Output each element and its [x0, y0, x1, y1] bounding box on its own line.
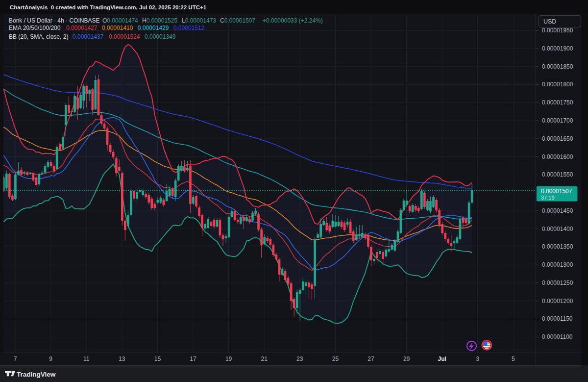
svg-text:BB (20, SMA, close, 2)0.000014: BB (20, SMA, close, 2)0.000014370.000015… — [9, 33, 176, 40]
svg-text:5: 5 — [512, 356, 515, 362]
svg-text:15: 15 — [154, 356, 161, 362]
svg-text:0.00001750: 0.00001750 — [542, 99, 573, 106]
svg-text:0.00001900: 0.00001900 — [542, 45, 573, 52]
svg-text:0.00001650: 0.00001650 — [542, 135, 573, 142]
svg-text:13: 13 — [119, 356, 125, 362]
svg-text:0.00001350: 0.00001350 — [542, 243, 573, 250]
svg-text:27: 27 — [368, 356, 374, 362]
svg-text:29: 29 — [403, 356, 410, 362]
svg-text:0.00001507: 0.00001507 — [541, 188, 572, 195]
svg-text:0.00001950: 0.00001950 — [542, 27, 573, 34]
svg-text:O0.00001474H0.00001525L0.00001: O0.00001474H0.00001525L0.00001473C0.0000… — [102, 17, 323, 24]
svg-text:21: 21 — [261, 356, 268, 362]
svg-text:7: 7 — [14, 356, 17, 362]
svg-text:9: 9 — [49, 356, 52, 362]
svg-text:0.00001600: 0.00001600 — [542, 153, 573, 160]
svg-text:0.00001450: 0.00001450 — [542, 207, 573, 214]
svg-text:0.00001200: 0.00001200 — [542, 298, 573, 305]
svg-text:0.00001400: 0.00001400 — [542, 226, 573, 232]
svg-text:0.00001700: 0.00001700 — [542, 117, 573, 124]
svg-text:25: 25 — [332, 356, 339, 362]
svg-text:11: 11 — [83, 356, 90, 362]
svg-text:Jul: Jul — [438, 356, 446, 362]
svg-text:37:19: 37:19 — [541, 195, 555, 201]
svg-text:0.00001100: 0.00001100 — [542, 333, 573, 340]
svg-text:0.00001250: 0.00001250 — [542, 280, 573, 286]
svg-text:TradingView: TradingView — [17, 371, 56, 378]
svg-text:0.00001300: 0.00001300 — [542, 261, 573, 268]
svg-text:USD: USD — [543, 18, 556, 25]
svg-text:19: 19 — [225, 356, 232, 362]
svg-text:Bonk / US Dollar · 4h · COINBA: Bonk / US Dollar · 4h · COINBASE — [9, 17, 99, 24]
svg-text:23: 23 — [296, 356, 303, 362]
svg-text:3: 3 — [476, 356, 479, 362]
svg-text:ChartAnalysis_0 created with T: ChartAnalysis_0 created with TradingView… — [10, 4, 207, 10]
svg-text:0.00001850: 0.00001850 — [542, 63, 573, 70]
svg-text:EMA 20/50/100/2000.000014270.0: EMA 20/50/100/2000.000014270.000014100.0… — [9, 25, 205, 31]
svg-text:17: 17 — [190, 356, 196, 362]
svg-text:0.00001550: 0.00001550 — [542, 171, 573, 178]
svg-text:0.00001800: 0.00001800 — [542, 81, 573, 88]
svg-text:0.00001150: 0.00001150 — [542, 315, 573, 322]
